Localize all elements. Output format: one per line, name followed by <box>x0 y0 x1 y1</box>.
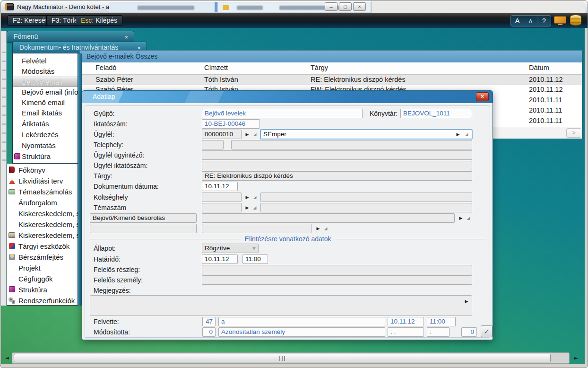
status-dropdown[interactable]: Rögzítve ▼ <box>202 244 259 253</box>
resize-grip-icon[interactable]: ◢ <box>251 130 258 139</box>
cell-datum: 2010.11.12 <box>529 86 570 93</box>
telephely-name-field[interactable] <box>231 140 472 149</box>
book-icon <box>9 166 15 173</box>
menu-item-atiktatas[interactable]: Átiktatás <box>13 119 79 129</box>
menu-item-lekerdezes[interactable]: Lekérdezés <box>13 130 79 140</box>
close-button[interactable]: × <box>353 2 366 11</box>
maximize-button[interactable]: □ <box>339 2 352 11</box>
felelos-szemely-field[interactable] <box>202 275 472 285</box>
felvette-id-field: 47 <box>202 317 216 326</box>
menu-item-felvetel[interactable]: Felvétel <box>13 56 79 66</box>
telephely-code-field[interactable] <box>202 140 224 149</box>
scroll-right-arrow-icon[interactable]: ► <box>574 355 578 360</box>
exit-esc-button[interactable]: Esc: Kilépés <box>76 15 122 26</box>
menu-item-struktura-2[interactable]: Struktúra <box>7 284 78 295</box>
ugyfel-label: Ügyfél: <box>94 130 114 139</box>
felelos-reszleg-field[interactable] <box>202 265 472 274</box>
database-icon[interactable] <box>570 15 581 26</box>
menu-item-temaelszamolas[interactable]: Témaelszámolás <box>7 186 78 197</box>
temaszam-name-field[interactable] <box>260 203 472 212</box>
resize-grip-icon[interactable]: ◢ <box>251 203 258 212</box>
close-icon[interactable]: × <box>476 92 489 101</box>
app-logo-icon <box>5 3 14 10</box>
titlebar-empty-area <box>371 1 585 13</box>
next-page-button[interactable]: > <box>566 128 581 138</box>
menu-item-struktura[interactable]: Struktúra <box>13 151 79 162</box>
email-list-titlebar[interactable]: Bejövő e-mailek Összes <box>80 51 582 62</box>
menu-item-berszamfejtes[interactable]: Bérszámfejtés <box>7 252 78 263</box>
iktatoszam-field[interactable]: 10-BEJ-00046 <box>202 119 260 129</box>
resize-grip-icon[interactable]: ◢ <box>251 193 258 202</box>
scrollbar-thumb[interactable] <box>14 354 551 362</box>
temaszam-code-field[interactable] <box>202 203 242 212</box>
lookup-arrow-icon[interactable]: ▶ <box>458 213 464 223</box>
resize-grip-icon[interactable]: ◢ <box>463 130 470 139</box>
menu-item-kiskereskedelem-3[interactable]: Kiskereskedelem, szám <box>7 230 78 241</box>
modositotta-date-field: . . <box>388 327 424 337</box>
dokumentum-datuma-field[interactable]: 10.11.12 <box>202 182 238 191</box>
besorolas2-type-field[interactable] <box>90 224 197 233</box>
scroll-left-arrow-icon[interactable]: ◄ <box>5 355 9 360</box>
targy-field[interactable]: RE: Elektronikus diszpó kérdés <box>202 171 472 181</box>
monitor-icon[interactable] <box>554 16 566 24</box>
menu-item-fokonyv[interactable]: Főkönyv <box>7 165 78 175</box>
fomenu-window-titlebar[interactable]: Főmenü × <box>7 31 134 43</box>
column-header-felado[interactable]: Feladó <box>95 64 116 71</box>
koltseghely-code-field[interactable] <box>202 193 242 202</box>
felelos-reszleg-label: Felelős részleg: <box>94 265 140 274</box>
menu-item-email-iktatas[interactable]: Email iktatás <box>13 108 79 118</box>
dialog-titlebar[interactable]: Adatlap × <box>82 91 493 103</box>
background-window-edge <box>1 31 7 306</box>
konyvtar-field[interactable]: BEJOVOL_1011 <box>400 109 472 118</box>
resize-grip-icon[interactable]: ◢ <box>322 224 329 233</box>
menu-item-cegfuggok[interactable]: Cégfüggők <box>7 273 78 284</box>
column-header-targy[interactable]: Tárgy <box>311 64 328 71</box>
lookup-arrow-icon[interactable]: ▶ <box>244 203 251 212</box>
hatarido-date-field[interactable]: 10.11.12 <box>202 254 238 264</box>
menu-item-kimeno-email[interactable]: Kimenő email <box>13 97 79 108</box>
menu-item-kiskereskedelem-1[interactable]: Kiskereskedelem, szám <box>7 208 78 219</box>
column-header-cimzett[interactable]: Címzett <box>204 64 228 71</box>
menu-item-aruforgalom[interactable]: Áruforgalom <box>7 197 78 208</box>
menu-item-bejovo-email[interactable]: Bejövő email <box>13 77 79 87</box>
hatarido-time-field[interactable]: 11:00 <box>242 254 268 264</box>
horizontal-scrollbar[interactable] <box>12 352 570 364</box>
gyujto-field[interactable]: Bejövő levelek <box>202 109 363 118</box>
menu-item-nyomtatas[interactable]: Nyomtatás <box>13 140 79 151</box>
ugyfel-iktatoszam-field[interactable] <box>202 161 472 170</box>
close-icon[interactable]: × <box>124 32 128 43</box>
expand-arrow-icon[interactable]: ▶ <box>463 297 470 306</box>
font-larger-button[interactable]: A <box>511 16 524 26</box>
app-titlebar[interactable]: Nagy Machinátor - Demó kötet - a – □ × <box>1 1 588 13</box>
menu-item-bejovo-email-info[interactable]: Bejövő email (info@ <box>13 87 79 97</box>
ugyfel-name-combo[interactable]: SEmper <box>260 130 472 139</box>
menu-item-targyi-eszkozok[interactable]: Tárgyi eszközök <box>7 241 78 252</box>
telephely-label: Telephely: <box>94 140 123 149</box>
menu-item-projekt[interactable]: Projekt <box>7 263 78 273</box>
f2-key-label: F2: <box>13 17 22 24</box>
lookup-arrow-icon[interactable]: ▶ <box>455 130 461 139</box>
ugyfel-code-field[interactable]: 00000010 <box>202 130 242 139</box>
table-row[interactable]: Szabó Péter Tóth István RE: Elektronikus… <box>80 75 582 85</box>
lookup-arrow-icon[interactable]: ▶ <box>315 224 321 233</box>
resize-grip-icon[interactable]: ◢ <box>465 213 472 223</box>
font-smaller-button[interactable]: A <box>524 16 537 26</box>
minimize-button[interactable]: – <box>325 2 337 11</box>
lookup-arrow-icon[interactable]: ▶ <box>244 193 251 202</box>
besorolas-type-field[interactable]: Bejövő/Kimenő besorolás <box>90 213 197 223</box>
menu-item-kiskereskedelem-2[interactable]: Kiskereskedelem, szám <box>7 219 78 230</box>
besorolas2-value-field[interactable] <box>202 224 311 233</box>
menu-item-rendszerfunkciok[interactable]: Rendszerfunkciók <box>7 295 78 306</box>
modositotta-label: Módosította: <box>94 327 130 337</box>
besorolas-value-field[interactable] <box>202 213 455 223</box>
lookup-arrow-icon[interactable]: ▶ <box>244 130 251 139</box>
help-button[interactable]: ? <box>537 16 551 26</box>
megjegyzes-textarea[interactable]: ▶ <box>90 295 472 316</box>
confirm-check-button[interactable]: ✓ <box>481 325 493 337</box>
column-header-datum[interactable]: Dátum <box>529 64 570 71</box>
koltseghely-name-field[interactable] <box>260 193 472 202</box>
modositotta-count-field: 0 <box>461 327 477 337</box>
menu-item-modositas[interactable]: Módosítás <box>13 66 79 77</box>
menu-item-likviditasi-terv[interactable]: Likviditási terv <box>7 175 78 186</box>
ugyfel-ugyintezo-field[interactable] <box>202 150 472 160</box>
